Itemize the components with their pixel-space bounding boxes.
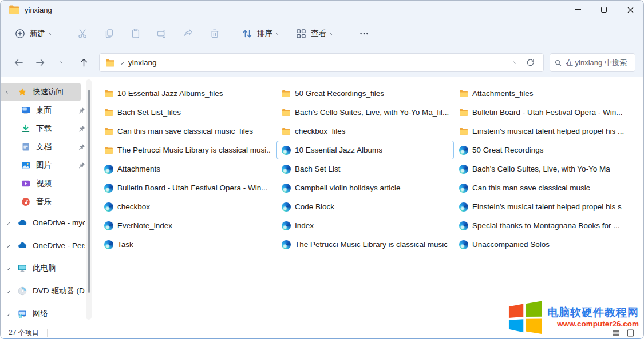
edge-icon bbox=[459, 240, 468, 249]
sidebar-item-download[interactable]: 下载 bbox=[1, 119, 93, 138]
expand-chevron[interactable] bbox=[6, 267, 18, 270]
sidebar-item-onedrive[interactable]: OneDrive - myc bbox=[1, 211, 93, 234]
breadcrumb[interactable]: yinxiang bbox=[105, 58, 157, 67]
file-item[interactable]: Bach Set List bbox=[276, 159, 454, 178]
file-item[interactable]: Can this man save classical music bbox=[454, 178, 631, 197]
file-item[interactable]: Bach Set List_files bbox=[99, 103, 276, 122]
file-item[interactable]: 10 Essential Jazz Albums_files bbox=[99, 84, 276, 103]
sidebar-scrollbar-thumb[interactable] bbox=[88, 90, 90, 293]
folder-icon bbox=[104, 146, 113, 155]
sidebar-item-videos[interactable]: 视频 bbox=[1, 174, 93, 193]
refresh-button[interactable] bbox=[523, 55, 538, 70]
sidebar-scrollbar[interactable] bbox=[86, 79, 92, 320]
refresh-icon bbox=[526, 58, 535, 67]
file-item[interactable]: Bach's Cello Suites, Live, with Yo-Yo Ma bbox=[454, 159, 631, 178]
videos-icon bbox=[21, 179, 30, 188]
file-item[interactable]: The Petrucci Music Library is classical … bbox=[276, 235, 454, 254]
file-item[interactable]: Einstein's musical talent helped propel … bbox=[454, 122, 631, 141]
view-button[interactable]: 查看 bbox=[290, 24, 339, 43]
sidebar-item-desktop[interactable]: 桌面 bbox=[1, 101, 93, 119]
search-box[interactable] bbox=[550, 53, 635, 72]
address-bar[interactable]: yinxiang bbox=[99, 53, 544, 72]
sidebar-item-onedrive[interactable]: OneDrive - Pers bbox=[1, 234, 93, 257]
sidebar-item-music[interactable]: 音乐 bbox=[1, 193, 93, 211]
expand-chevron[interactable] bbox=[6, 290, 18, 293]
expand-chevron[interactable] bbox=[6, 221, 18, 224]
up-button[interactable] bbox=[74, 54, 93, 72]
edge-icon bbox=[104, 202, 113, 212]
paste-button[interactable] bbox=[123, 24, 149, 43]
search-input[interactable] bbox=[566, 58, 630, 67]
file-item-label: Attachments bbox=[117, 165, 160, 173]
file-item[interactable]: The Petrucci Music Library is classical … bbox=[99, 141, 276, 159]
pictures-icon bbox=[21, 161, 30, 170]
file-item[interactable]: 50 Great Recordings_files bbox=[276, 84, 454, 103]
close-button[interactable] bbox=[617, 1, 643, 19]
file-item[interactable]: checkbox_files bbox=[276, 122, 454, 141]
sidebar-item-dvd[interactable]: DVD 驱动器 (D:) bbox=[1, 280, 93, 302]
sidebar-item-star[interactable]: 快速访问 bbox=[1, 83, 81, 101]
rename-button[interactable] bbox=[149, 24, 175, 43]
sidebar-item-pictures[interactable]: 图片 bbox=[1, 156, 93, 174]
navigation-pane: 快速访问 桌面 下载 文档 图片 视频 音乐 OneDrive - myc bbox=[1, 77, 93, 326]
dvd-icon bbox=[18, 286, 27, 296]
file-item[interactable]: Campbell violin holidays article bbox=[276, 178, 454, 197]
expand-chevron[interactable] bbox=[6, 91, 18, 94]
file-item[interactable]: Bach's Cello Suites, Live, with Yo-Yo Ma… bbox=[276, 103, 454, 122]
more-button[interactable] bbox=[351, 24, 377, 43]
file-item[interactable]: EverNote_index bbox=[99, 216, 276, 235]
file-item[interactable]: Unaccompanied Solos bbox=[454, 235, 631, 254]
file-item[interactable]: Attachments_files bbox=[454, 84, 631, 103]
folder-icon bbox=[459, 89, 468, 98]
file-item-label: 10 Essential Jazz Albums_files bbox=[117, 89, 223, 98]
file-item[interactable]: Einstein's musical talent helped propel … bbox=[454, 197, 631, 216]
status-bar: 27 个项目 bbox=[1, 326, 643, 339]
toolbar: 新建 bbox=[1, 19, 643, 49]
file-item[interactable]: Task bbox=[99, 235, 276, 254]
sort-arrows-icon bbox=[242, 28, 253, 39]
maximize-button[interactable] bbox=[591, 1, 617, 19]
edge-icon bbox=[459, 146, 468, 155]
title-bar: yinxiang bbox=[1, 1, 643, 19]
edge-icon bbox=[104, 240, 113, 249]
file-item[interactable]: Attachments bbox=[99, 159, 276, 178]
sidebar-item-label: DVD 驱动器 (D:) bbox=[33, 286, 85, 296]
cut-button[interactable] bbox=[70, 24, 96, 43]
file-item[interactable]: Bulletin Board - Utah Festival Opera - W… bbox=[454, 103, 631, 122]
sidebar-item-document[interactable]: 文档 bbox=[1, 138, 93, 156]
file-item[interactable]: Special thanks to Montagnana Books for .… bbox=[454, 216, 631, 235]
edge-icon bbox=[459, 202, 468, 212]
chevron-down-icon bbox=[6, 89, 10, 93]
back-button[interactable] bbox=[9, 54, 28, 72]
breadcrumb-folder-label[interactable]: yinxiang bbox=[128, 58, 157, 67]
expand-chevron[interactable] bbox=[6, 244, 18, 247]
recent-locations-button[interactable] bbox=[52, 54, 72, 72]
copy-button[interactable] bbox=[96, 24, 123, 43]
file-item[interactable]: Bulletin Board - Utah Festival Opera - W… bbox=[99, 178, 276, 197]
file-list: 10 Essential Jazz Albums_files Bach Set … bbox=[93, 77, 643, 326]
file-item[interactable]: Index bbox=[276, 216, 454, 235]
sort-button-label: 排序 bbox=[257, 29, 272, 39]
sidebar-item-thispc[interactable]: 此电脑 bbox=[1, 257, 93, 280]
file-item-label: Bulletin Board - Utah Festival Opera - W… bbox=[472, 108, 623, 117]
forward-button[interactable] bbox=[30, 54, 50, 72]
thumbnail-view-toggle[interactable] bbox=[623, 327, 638, 339]
file-item[interactable]: Code Block bbox=[276, 197, 454, 216]
sort-button[interactable]: 排序 bbox=[236, 24, 285, 43]
file-item[interactable]: Can this man save classical music_files bbox=[99, 122, 276, 141]
list-view-icon bbox=[611, 329, 620, 337]
new-button[interactable]: 新建 bbox=[9, 24, 58, 43]
expand-chevron[interactable] bbox=[6, 313, 18, 316]
file-item[interactable]: 50 Great Recordings bbox=[454, 141, 631, 159]
sidebar-item-network[interactable]: 网络 bbox=[1, 302, 93, 325]
details-view-toggle[interactable] bbox=[608, 327, 623, 339]
onedrive-icon bbox=[18, 241, 27, 250]
network-icon bbox=[18, 309, 27, 318]
minimize-button[interactable] bbox=[564, 1, 591, 19]
share-button[interactable] bbox=[175, 24, 202, 43]
file-item-label: Bach Set List bbox=[295, 165, 341, 173]
file-item[interactable]: checkbox bbox=[99, 197, 276, 216]
delete-button[interactable] bbox=[202, 24, 228, 43]
address-dropdown-button[interactable] bbox=[508, 55, 523, 70]
file-item[interactable]: 10 Essential Jazz Albums bbox=[276, 141, 454, 159]
